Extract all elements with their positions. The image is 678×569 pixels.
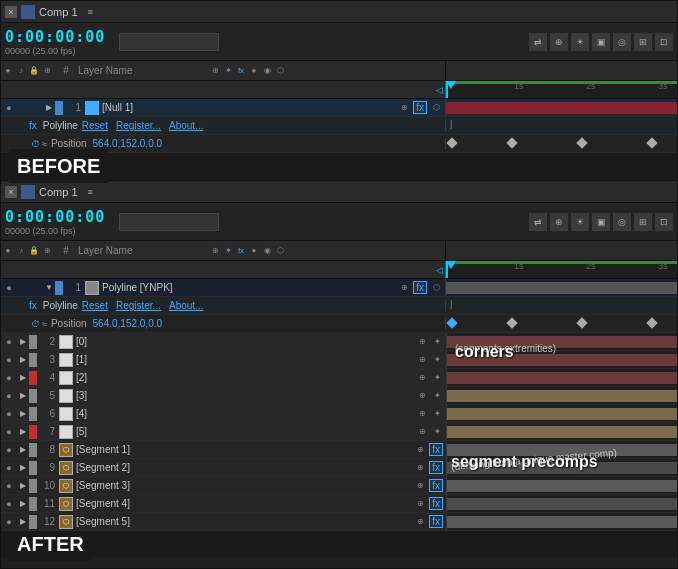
after-search-input[interactable] — [119, 213, 219, 231]
before-toolbar-icon-6[interactable]: ⊞ — [634, 33, 652, 51]
after-layer-4-expand[interactable]: ▶ — [17, 372, 29, 384]
before-kf-3[interactable] — [576, 137, 587, 148]
after-layer-12-name[interactable]: [Segment 5] — [76, 516, 411, 527]
after-layer-1-eye[interactable]: ● — [3, 282, 15, 294]
after-layer-1-fx-label[interactable]: fx — [413, 281, 427, 294]
after-layer-row-6[interactable]: ● ▶ 6 [4] ⊕ ✦ — [1, 405, 446, 423]
after-layer-row-12[interactable]: ● ▶ 12 ⬡ [Segment 5] ⊕ fx — [1, 513, 446, 531]
after-layer-7-name[interactable]: [5] — [76, 426, 413, 437]
after-layer-row-5[interactable]: ● ▶ 5 [3] ⊕ ✦ — [1, 387, 446, 405]
after-layer-row-2[interactable]: ● ▶ 2 [0] ⊕ ✦ — [1, 333, 446, 351]
after-kf-2[interactable] — [506, 317, 517, 328]
after-layer-5-eye[interactable]: ● — [3, 390, 15, 402]
after-fx-about-btn[interactable]: About... — [169, 300, 203, 311]
after-layer-12-expand[interactable]: ▶ — [17, 516, 29, 528]
after-prop-stopwatch[interactable]: ⏱ — [31, 319, 40, 329]
after-toolbar-icon-4[interactable]: ▣ — [592, 213, 610, 231]
after-solo-icon[interactable]: ♪ — [15, 245, 27, 257]
after-layer-2-expand[interactable]: ▶ — [17, 336, 29, 348]
before-prop-value[interactable]: 564.0,152.0,0.0 — [93, 138, 163, 149]
after-layer-6-name[interactable]: [4] — [76, 408, 413, 419]
after-layer-10-name[interactable]: [Segment 3] — [76, 480, 411, 491]
after-layer-2-eye[interactable]: ● — [3, 336, 15, 348]
after-tab-close[interactable]: × — [5, 186, 17, 198]
after-layer-8-eye[interactable]: ● — [3, 444, 15, 456]
before-toolbar-icon-7[interactable]: ⊡ — [655, 33, 673, 51]
after-layer-10-eye[interactable]: ● — [3, 480, 15, 492]
before-layer-1-expand[interactable]: ▶ — [43, 102, 55, 114]
before-prop-stopwatch[interactable]: ⏱ — [31, 139, 40, 149]
before-toolbar-icon-5[interactable]: ◎ — [613, 33, 631, 51]
after-layer-9-fx-label[interactable]: fx — [429, 461, 443, 474]
after-layer-1-expand[interactable]: ▼ — [43, 282, 55, 294]
after-toolbar-icon-2[interactable]: ⊕ — [550, 213, 568, 231]
before-eye-icon[interactable]: ● — [2, 65, 14, 77]
after-toolbar-icon-7[interactable]: ⊡ — [655, 213, 673, 231]
before-toolbar-icon-2[interactable]: ⊕ — [550, 33, 568, 51]
after-layer-row-3[interactable]: ● ▶ 3 [1] ⊕ ✦ — [1, 351, 446, 369]
before-solo-icon[interactable]: ♪ — [15, 65, 27, 77]
after-layer-6-expand[interactable]: ▶ — [17, 408, 29, 420]
before-kf-1[interactable] — [446, 137, 457, 148]
before-fx-reset-btn[interactable]: Reset — [82, 120, 108, 131]
before-layer-1-solo[interactable] — [16, 102, 28, 114]
before-toolbar-icon-1[interactable]: ⇄ — [529, 33, 547, 51]
after-layer-12-eye[interactable]: ● — [3, 516, 15, 528]
after-timecode[interactable]: 0:00:00:00 — [5, 208, 105, 226]
after-layer-12-fx-label[interactable]: fx — [429, 515, 443, 528]
after-layer-9-eye[interactable]: ● — [3, 462, 15, 474]
after-layer-row-4[interactable]: ● ▶ 4 [2] ⊕ ✦ — [1, 369, 446, 387]
after-layer-5-name[interactable]: [3] — [76, 390, 413, 401]
after-eye-icon[interactable]: ● — [2, 245, 14, 257]
after-kf-3[interactable] — [576, 317, 587, 328]
after-layer-3-expand[interactable]: ▶ — [17, 354, 29, 366]
after-layer-4-eye[interactable]: ● — [3, 372, 15, 384]
after-layer-1-name[interactable]: Polyline [YNPK] — [102, 282, 395, 293]
after-tab-menu[interactable]: ≡ — [88, 187, 93, 197]
after-layer-7-eye[interactable]: ● — [3, 426, 15, 438]
after-toolbar-icon-3[interactable]: ☀ — [571, 213, 589, 231]
before-tab-menu[interactable]: ≡ — [88, 7, 93, 17]
before-timecode[interactable]: 0:00:00:00 — [5, 28, 105, 46]
after-layer-10-expand[interactable]: ▶ — [17, 480, 29, 492]
before-kf-2[interactable] — [506, 137, 517, 148]
after-layer-row-1[interactable]: ● ▼ 1 Polyline [YNPK] ⊕ fx ⬡ — [1, 279, 677, 297]
after-fx-register-btn[interactable]: Register... — [116, 300, 161, 311]
after-layer-7-expand[interactable]: ▶ — [17, 426, 29, 438]
before-fx-register-btn[interactable]: Register... — [116, 120, 161, 131]
after-layer-row-8[interactable]: ● ▶ 8 ⬡ [Segment 1] ⊕ fx — [1, 441, 446, 459]
after-layer-2-name[interactable]: [0] — [76, 336, 413, 347]
after-layer-3-name[interactable]: [1] — [76, 354, 413, 365]
before-layer-1-lock[interactable] — [29, 102, 41, 114]
after-layer-8-expand[interactable]: ▶ — [17, 444, 29, 456]
before-tab-label[interactable]: Comp 1 — [39, 6, 78, 18]
after-layer-6-eye[interactable]: ● — [3, 408, 15, 420]
after-layer-11-eye[interactable]: ● — [3, 498, 15, 510]
before-tab-close[interactable]: × — [5, 6, 17, 18]
before-toolbar-icon-4[interactable]: ▣ — [592, 33, 610, 51]
after-kf-1[interactable] — [446, 317, 457, 328]
after-layer-1-lock[interactable] — [29, 282, 41, 294]
after-layer-row-10[interactable]: ● ▶ 10 ⬡ [Segment 3] ⊕ fx — [1, 477, 446, 495]
after-fx-reset-btn[interactable]: Reset — [82, 300, 108, 311]
after-toolbar-icon-6[interactable]: ⊞ — [634, 213, 652, 231]
before-add-icon[interactable]: ⊕ — [41, 65, 53, 77]
after-layer-8-name[interactable]: [Segment 1] — [76, 444, 411, 455]
after-prop-value[interactable]: 564.0,152.0,0.0 — [93, 318, 163, 329]
after-lock-icon[interactable]: 🔒 — [28, 245, 40, 257]
after-layer-10-fx-label[interactable]: fx — [429, 479, 443, 492]
before-layer-1-fx-label[interactable]: fx — [413, 101, 427, 114]
before-kf-4[interactable] — [646, 137, 657, 148]
after-layer-11-expand[interactable]: ▶ — [17, 498, 29, 510]
after-layer-11-fx-label[interactable]: fx — [429, 497, 443, 510]
before-layer-1-eye[interactable]: ● — [3, 102, 15, 114]
before-layer-1-name[interactable]: [Null 1] — [102, 102, 395, 113]
before-layer-row-1[interactable]: ● ▶ 1 [Null 1] ⊕ fx ⬡ — [1, 99, 677, 117]
before-search-input[interactable] — [119, 33, 219, 51]
after-layer-5-expand[interactable]: ▶ — [17, 390, 29, 402]
before-lock-icon[interactable]: 🔒 — [28, 65, 40, 77]
after-layer-row-7[interactable]: ● ▶ 7 [5] ⊕ ✦ — [1, 423, 446, 441]
after-layer-8-fx-label[interactable]: fx — [429, 443, 443, 456]
after-layer-3-eye[interactable]: ● — [3, 354, 15, 366]
after-tab-label[interactable]: Comp 1 — [39, 186, 78, 198]
